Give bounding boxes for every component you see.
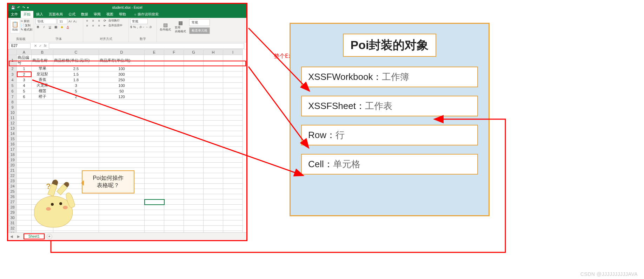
cell-B5[interactable]: 火龙果 — [32, 83, 53, 88]
cell-H12[interactable] — [204, 121, 223, 126]
indent-dec-icon[interactable]: ⇤ — [102, 24, 107, 27]
cell-C7[interactable]: 2 — [53, 94, 99, 100]
row-header-17[interactable]: 17 — [8, 147, 17, 152]
row-header-11[interactable]: 11 — [8, 115, 17, 121]
cell-E25[interactable] — [145, 189, 164, 194]
cell-B20[interactable] — [32, 163, 53, 168]
cell-A15[interactable] — [17, 136, 32, 142]
cell-C17[interactable] — [53, 147, 99, 152]
align-left-icon[interactable]: ≡ — [85, 24, 89, 27]
row-header-12[interactable]: 12 — [8, 121, 17, 126]
align-right-icon[interactable]: ≡ — [97, 24, 101, 27]
cell-F9[interactable] — [164, 105, 184, 110]
cell-D13[interactable] — [99, 126, 145, 131]
cell-F27[interactable] — [164, 199, 184, 205]
cell-G17[interactable] — [184, 147, 204, 152]
cell-E21[interactable] — [145, 168, 164, 173]
cell-I3[interactable] — [223, 72, 243, 77]
cell-G13[interactable] — [184, 126, 204, 131]
save-icon[interactable]: 💾 — [11, 6, 15, 9]
format-painter-button[interactable]: ✎ 格式刷 — [21, 28, 32, 32]
cell-D18[interactable] — [99, 152, 145, 157]
cell-G16[interactable] — [184, 142, 204, 147]
cell-C13[interactable] — [53, 126, 99, 131]
cell-H7[interactable] — [204, 94, 223, 100]
cell-D5[interactable]: 100 — [99, 83, 145, 88]
paste-button[interactable]: 📋 粘贴 — [10, 19, 20, 33]
cancel-icon[interactable]: ✕ — [34, 44, 37, 48]
cell-H10[interactable] — [204, 110, 223, 115]
cell-H24[interactable] — [204, 184, 223, 189]
cell-H16[interactable] — [204, 142, 223, 147]
cell-G12[interactable] — [184, 121, 204, 126]
cell-I15[interactable] — [223, 136, 243, 142]
cell-F4[interactable] — [164, 77, 184, 83]
cell-A14[interactable] — [17, 131, 32, 136]
row-header-5[interactable]: 5 — [8, 83, 17, 88]
col-header-H[interactable]: H — [204, 50, 223, 55]
row-header-3[interactable]: 3 — [8, 72, 17, 77]
cell-G14[interactable] — [184, 131, 204, 136]
cell-D10[interactable] — [99, 110, 145, 115]
cell-E14[interactable] — [145, 131, 164, 136]
cell-I23[interactable] — [223, 178, 243, 184]
quick-access-toolbar[interactable]: 💾 ↶ ↷ ▾ — [11, 6, 29, 9]
cell-D3[interactable]: 300 — [99, 72, 145, 77]
cell-H22[interactable] — [204, 173, 223, 178]
row-header-7[interactable]: 7 — [8, 94, 17, 100]
cell-F25[interactable] — [164, 189, 184, 194]
cell-A13[interactable] — [17, 126, 32, 131]
cell-D32[interactable] — [99, 226, 145, 231]
cell-G26[interactable] — [184, 194, 204, 199]
cell-D6[interactable]: 50 — [99, 88, 145, 94]
cell-F30[interactable] — [164, 215, 184, 220]
cell-F13[interactable] — [164, 126, 184, 131]
tell-me[interactable]: 操作说明搜索 — [131, 11, 161, 18]
cell-I10[interactable] — [223, 110, 243, 115]
cell-I24[interactable] — [223, 184, 243, 189]
cell-I12[interactable] — [223, 121, 243, 126]
cell-H1[interactable] — [204, 55, 223, 66]
cell-F31[interactable] — [164, 220, 184, 226]
cell-I20[interactable] — [223, 163, 243, 168]
tab-layout[interactable]: 页面布局 — [46, 11, 66, 18]
cell-H6[interactable] — [204, 88, 223, 94]
cell-E19[interactable] — [145, 157, 164, 163]
row-header-6[interactable]: 6 — [8, 88, 17, 94]
cell-H18[interactable] — [204, 152, 223, 157]
cell-G29[interactable] — [184, 210, 204, 215]
cell-G6[interactable] — [184, 88, 204, 94]
cell-I11[interactable] — [223, 115, 243, 121]
cell-B8[interactable] — [32, 100, 53, 105]
dec-decimal-icon[interactable]: ←.0 — [146, 25, 152, 29]
cell-B6[interactable]: 榴莲 — [32, 88, 53, 94]
row-header-29[interactable]: 29 — [8, 210, 17, 215]
cell-I31[interactable] — [223, 220, 243, 226]
row-header-4[interactable]: 4 — [8, 77, 17, 83]
cell-C18[interactable] — [53, 152, 99, 157]
align-bottom-icon[interactable]: ≡ — [97, 19, 101, 22]
cell-I13[interactable] — [223, 126, 243, 131]
name-box[interactable]: E27 — [9, 43, 31, 49]
row-header-18[interactable]: 18 — [8, 152, 17, 157]
cell-D17[interactable] — [99, 147, 145, 152]
cell-G21[interactable] — [184, 168, 204, 173]
cell-D27[interactable] — [99, 199, 145, 205]
cell-E10[interactable] — [145, 110, 164, 115]
cell-B18[interactable] — [32, 152, 53, 157]
cell-A2[interactable]: 1 — [17, 66, 32, 72]
col-header-B[interactable]: B — [32, 50, 53, 55]
cell-B15[interactable] — [32, 136, 53, 142]
cell-H2[interactable] — [204, 66, 223, 72]
cell-C6[interactable]: 5 — [53, 88, 99, 94]
cell-E29[interactable] — [145, 210, 164, 215]
copy-button[interactable]: 📄 复制 — [21, 23, 32, 27]
cell-C15[interactable] — [53, 136, 99, 142]
cell-D2[interactable]: 100 — [99, 66, 145, 72]
cell-H25[interactable] — [204, 189, 223, 194]
cell-F15[interactable] — [164, 136, 184, 142]
cell-F5[interactable] — [164, 83, 184, 88]
cell-B2[interactable]: 苹果 — [32, 66, 53, 72]
cell-I19[interactable] — [223, 157, 243, 163]
cell-E9[interactable] — [145, 105, 164, 110]
